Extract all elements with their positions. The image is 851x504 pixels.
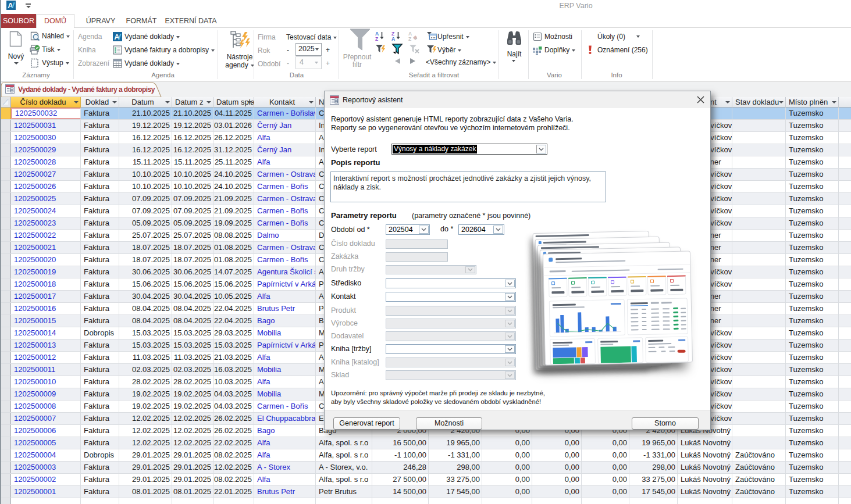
svg-text:Z: Z — [408, 36, 411, 41]
svg-text:A: A — [391, 36, 395, 41]
svg-text:Z: Z — [375, 36, 378, 41]
